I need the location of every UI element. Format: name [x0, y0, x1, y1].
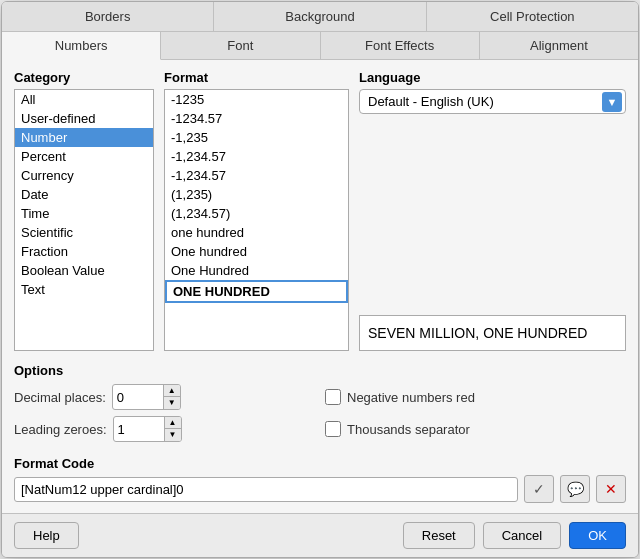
format-code-row: ✓ 💬 ✕: [14, 475, 626, 503]
category-item-all[interactable]: All: [15, 90, 153, 109]
decimal-places-spinner: ▲ ▼: [112, 384, 181, 410]
reset-button[interactable]: Reset: [403, 522, 475, 549]
options-title: Options: [14, 363, 626, 378]
category-item-date[interactable]: Date: [15, 185, 153, 204]
format-item-9[interactable]: One Hundred: [165, 261, 348, 280]
format-item-6[interactable]: (1,234.57): [165, 204, 348, 223]
category-item-user-defined[interactable]: User-defined: [15, 109, 153, 128]
category-item-number[interactable]: Number: [15, 128, 153, 147]
negative-numbers-red-checkbox[interactable]: [325, 389, 341, 405]
format-item-4[interactable]: -1,234.57: [165, 166, 348, 185]
language-select[interactable]: Default - English (UK)English (US)Englis…: [359, 89, 626, 114]
format-header: Format: [164, 70, 349, 85]
negative-numbers-red-label: Negative numbers red: [347, 390, 475, 405]
format-item-0[interactable]: -1235: [165, 90, 348, 109]
thousands-separator-label: Thousands separator: [347, 422, 470, 437]
decimal-places-label: Decimal places:: [14, 390, 106, 405]
category-item-boolean[interactable]: Boolean Value: [15, 261, 153, 280]
format-item-7[interactable]: one hundred: [165, 223, 348, 242]
category-item-fraction[interactable]: Fraction: [15, 242, 153, 261]
format-item-1[interactable]: -1234.57: [165, 109, 348, 128]
preview-box: SEVEN MILLION, ONE HUNDRED: [359, 315, 626, 351]
format-code-check-button[interactable]: ✓: [524, 475, 554, 503]
format-code-delete-button[interactable]: ✕: [596, 475, 626, 503]
format-cells-dialog: Borders Background Cell Protection Numbe…: [1, 1, 639, 558]
format-column: Format -1235 -1234.57 -1,235 -1,234.57 -…: [164, 70, 349, 351]
category-item-percent[interactable]: Percent: [15, 147, 153, 166]
format-code-section: Format Code ✓ 💬 ✕: [14, 456, 626, 503]
leading-zeroes-spinner: ▲ ▼: [113, 416, 182, 442]
format-code-input[interactable]: [14, 477, 518, 502]
ok-button[interactable]: OK: [569, 522, 626, 549]
category-column: Category All User-defined Number Percent…: [14, 70, 154, 351]
top-tab-row: Borders Background Cell Protection: [2, 2, 638, 32]
category-item-text[interactable]: Text: [15, 280, 153, 299]
category-list[interactable]: All User-defined Number Percent Currency…: [14, 89, 154, 351]
columns-area: Category All User-defined Number Percent…: [14, 70, 626, 351]
decimal-places-input[interactable]: [113, 388, 163, 407]
cancel-button[interactable]: Cancel: [483, 522, 561, 549]
leading-zeroes-spin-buttons: ▲ ▼: [164, 417, 181, 441]
format-item-3[interactable]: -1,234.57: [165, 147, 348, 166]
negative-numbers-red-option: Negative numbers red: [325, 389, 626, 405]
options-grid: Decimal places: ▲ ▼ Negative numbers red: [14, 384, 626, 442]
leading-zeroes-row: Leading zeroes: ▲ ▼: [14, 416, 315, 442]
category-header: Category: [14, 70, 154, 85]
decimal-places-spin-buttons: ▲ ▼: [163, 385, 180, 409]
format-code-title: Format Code: [14, 456, 626, 471]
tab-font[interactable]: Font: [161, 32, 320, 59]
help-button[interactable]: Help: [14, 522, 79, 549]
decimal-places-up-button[interactable]: ▲: [164, 385, 180, 397]
thousands-separator-checkbox[interactable]: [325, 421, 341, 437]
main-content: Category All User-defined Number Percent…: [2, 60, 638, 513]
decimal-places-row: Decimal places: ▲ ▼: [14, 384, 315, 410]
tab-numbers[interactable]: Numbers: [2, 32, 161, 60]
leading-zeroes-up-button[interactable]: ▲: [165, 417, 181, 429]
bottom-bar: Help Reset Cancel OK: [2, 513, 638, 557]
language-select-wrapper: Default - English (UK)English (US)Englis…: [359, 89, 626, 114]
category-item-currency[interactable]: Currency: [15, 166, 153, 185]
second-tab-row: Numbers Font Font Effects Alignment: [2, 32, 638, 60]
decimal-places-down-button[interactable]: ▼: [164, 397, 180, 409]
language-header: Language: [359, 70, 626, 85]
format-item-8[interactable]: One hundred: [165, 242, 348, 261]
format-item-5[interactable]: (1,235): [165, 185, 348, 204]
options-section: Options Decimal places: ▲ ▼: [14, 363, 626, 442]
tab-alignment[interactable]: Alignment: [480, 32, 638, 59]
format-code-comment-button[interactable]: 💬: [560, 475, 590, 503]
thousands-separator-option: Thousands separator: [325, 421, 626, 437]
leading-zeroes-down-button[interactable]: ▼: [165, 429, 181, 441]
tab-borders[interactable]: Borders: [2, 2, 214, 31]
format-item-2[interactable]: -1,235: [165, 128, 348, 147]
category-item-time[interactable]: Time: [15, 204, 153, 223]
language-column: Language Default - English (UK)English (…: [359, 70, 626, 351]
leading-zeroes-label: Leading zeroes:: [14, 422, 107, 437]
leading-zeroes-input[interactable]: [114, 420, 164, 439]
tab-cell-protection[interactable]: Cell Protection: [427, 2, 638, 31]
format-item-10[interactable]: ONE HUNDRED: [165, 280, 348, 303]
tab-font-effects[interactable]: Font Effects: [321, 32, 480, 59]
tab-background[interactable]: Background: [214, 2, 426, 31]
category-item-scientific[interactable]: Scientific: [15, 223, 153, 242]
format-list[interactable]: -1235 -1234.57 -1,235 -1,234.57 -1,234.5…: [164, 89, 349, 351]
